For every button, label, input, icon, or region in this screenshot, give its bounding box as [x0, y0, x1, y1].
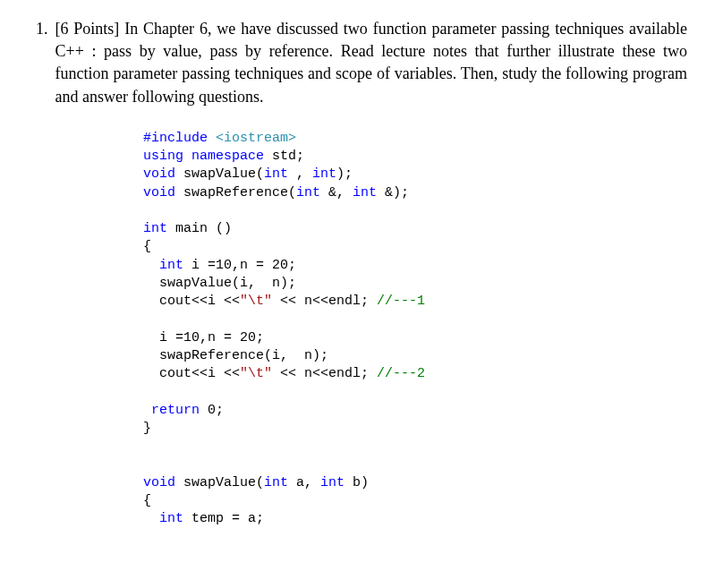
code-token: main ()	[167, 221, 232, 236]
code-token: swapReference(	[175, 185, 296, 200]
code-token: std;	[264, 149, 304, 164]
code-token: int	[159, 511, 183, 526]
code-token: "\t"	[240, 366, 272, 381]
code-token: return	[143, 403, 200, 418]
code-token: int	[353, 185, 377, 200]
code-token: swapValue(	[175, 166, 264, 182]
code-token: i =10,n = 20;	[183, 258, 296, 273]
code-token: );	[336, 166, 353, 182]
code-token: int	[320, 475, 344, 490]
code-token: &,	[320, 185, 353, 200]
code-token: int	[159, 258, 183, 273]
code-token: 0;	[200, 403, 224, 418]
code-token	[143, 258, 159, 273]
code-token: int	[264, 166, 288, 182]
code-token: using	[143, 149, 183, 164]
question-number: 1.	[36, 18, 48, 40]
code-token: temp = a;	[183, 511, 264, 526]
code-token: b)	[344, 475, 369, 490]
code-token: #include	[143, 131, 208, 146]
code-token: void	[143, 166, 175, 182]
code-token: int	[143, 221, 167, 236]
code-token: ,	[288, 166, 312, 182]
code-token	[143, 511, 159, 526]
code-token: void	[143, 475, 175, 490]
code-token: swapReference(i, n);	[143, 348, 328, 363]
question-block: 1. [6 Points] In Chapter 6, we have disc…	[36, 18, 687, 108]
code-token: "\t"	[240, 294, 272, 309]
code-snippet: #include <iostream> using namespace std;…	[143, 130, 687, 529]
code-token: //---2	[377, 366, 425, 381]
code-token: i =10,n = 20;	[143, 330, 264, 345]
code-token: swapValue(	[175, 475, 264, 490]
code-token: cout<<i <<	[143, 366, 240, 381]
code-token: << n<<endl;	[272, 294, 377, 309]
code-token: <iostream>	[208, 131, 296, 146]
code-token: int	[264, 475, 288, 490]
code-token: &);	[377, 185, 409, 200]
code-token: }	[143, 421, 151, 436]
code-token: cout<<i <<	[143, 294, 240, 309]
code-token: void	[143, 185, 175, 200]
code-token: swapValue(i, n);	[143, 276, 296, 291]
code-token: int	[312, 166, 336, 182]
code-token: int	[296, 185, 320, 200]
code-token: << n<<endl;	[272, 366, 377, 381]
code-token: {	[143, 493, 151, 508]
code-token: //---1	[377, 294, 425, 309]
question-text: [6 Points] In Chapter 6, we have discuss…	[55, 18, 688, 108]
code-token: a,	[288, 475, 320, 490]
code-token: {	[143, 239, 151, 254]
code-token: namespace	[183, 149, 264, 164]
